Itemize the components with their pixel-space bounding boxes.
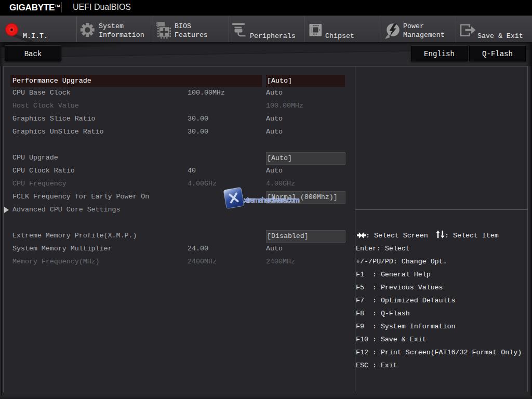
svg-text:xtremehardware.com: xtremehardware.com <box>244 196 300 204</box>
